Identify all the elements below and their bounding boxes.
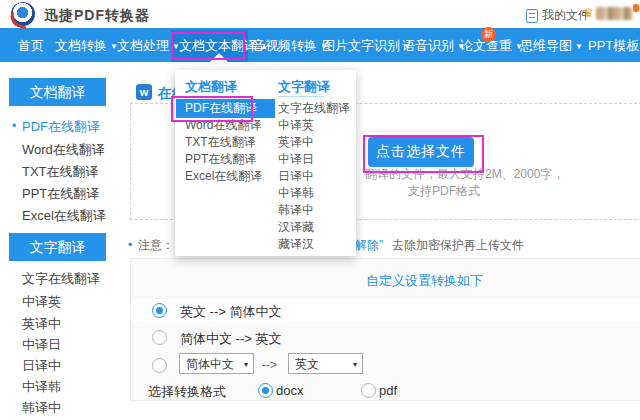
dropdown-text-header: 文字翻译 [278, 78, 330, 96]
word-file-icon: w [136, 84, 152, 100]
select-caret-icon: ▾ [353, 354, 357, 375]
dropdown-item-excel-translate[interactable]: Excel在线翻译 [185, 168, 262, 185]
main-navbar: 首页 文档转换▼ 文档处理▼ 文档文本翻译▲ 音视频转换▼ 图片文字识别▼ 语音… [0, 30, 640, 62]
new-badge: 新 [481, 27, 496, 42]
select-file-button[interactable]: 点击选择文件 [368, 137, 474, 167]
arrow-text: --> [262, 358, 277, 372]
note-prefix-text: 注意： [138, 237, 174, 254]
sidebar-item-zh-ja[interactable]: 中译日 [22, 336, 61, 354]
chevron-down-icon: ▼ [575, 42, 583, 51]
sidebar-item-pdf-translate[interactable]: PDF在线翻译 [22, 118, 100, 136]
dropdown-item-zh-ko[interactable]: 中译韩 [278, 185, 314, 202]
user-account[interactable]: ♛ [583, 6, 639, 20]
note-suffix-text: 去除加密保护再上传文件 [392, 237, 524, 254]
translate-dropdown-menu: 文档翻译 文字翻译 PDF在线翻译 Word在线翻译 TXT在线翻译 PPT在线… [175, 70, 356, 256]
app-window: 迅捷PDF转换器 我的文件 ♛ 首页 文档转换▼ 文档处理▼ 文档文本翻译▲ 音… [0, 0, 640, 420]
dropdown-item-zh-en[interactable]: 中译英 [278, 117, 314, 134]
dropdown-item-word-translate[interactable]: Word在线翻译 [185, 117, 261, 134]
dropdown-doc-header: 文档翻译 [185, 78, 237, 96]
radio-en-to-zh[interactable] [152, 303, 167, 318]
format-pdf-label: pdf [379, 383, 397, 398]
format-docx-label: docx [276, 383, 303, 398]
app-logo-icon [11, 2, 35, 26]
target-language-value: 英文 [295, 357, 319, 371]
nav-item-ocr[interactable]: 图片文字识别▼ [322, 30, 411, 62]
nav-item-av-convert[interactable]: 音视频转换▼ [252, 30, 328, 62]
radio-format-docx[interactable] [258, 383, 273, 398]
nav-item-home[interactable]: 首页 [18, 30, 47, 62]
nav-item-doc-process[interactable]: 文档处理▼ [117, 30, 180, 62]
source-language-select[interactable]: 简体中文 ▾ [179, 353, 254, 374]
upload-hint-line1: 翻译的文件，最大支持2M、2000字， [365, 166, 564, 183]
username-blurred [596, 7, 632, 20]
note-bullet-icon: • [128, 238, 132, 252]
dropdown-item-zh-ja[interactable]: 中译日 [278, 151, 314, 168]
settings-title: 自定义设置转换如下 [366, 272, 483, 290]
dropdown-item-text-online[interactable]: 文字在线翻译 [278, 100, 350, 117]
dropdown-item-ko-zh[interactable]: 韩译中 [278, 202, 314, 219]
sidebar-item-ja-zh[interactable]: 日译中 [22, 357, 61, 375]
top-header: 迅捷PDF转换器 我的文件 ♛ [0, 0, 640, 30]
target-language-select[interactable]: 英文 ▾ [288, 353, 363, 374]
nav-item-doc-convert[interactable]: 文档转换▼ [55, 30, 118, 62]
sidebar-item-txt-translate[interactable]: TXT在线翻译 [22, 163, 99, 181]
nav-item-ppt-template[interactable]: PPT模板 [588, 30, 639, 62]
nav-item-speech[interactable]: 语音识别▼ [402, 30, 465, 62]
sidebar-item-word-translate[interactable]: Word在线翻译 [22, 141, 105, 159]
sidebar-item-excel-translate[interactable]: Excel在线翻译 [22, 207, 106, 225]
dropdown-arrow-notch [210, 53, 228, 62]
sidebar-section-text-translate: 文字翻译 [9, 233, 106, 261]
dropdown-item-en-zh[interactable]: 英译中 [278, 134, 314, 151]
dropdown-item-pdf-translate[interactable]: PDF在线翻译 [176, 99, 275, 118]
sidebar-item-ko-zh[interactable]: 韩译中 [22, 399, 61, 417]
dropdown-item-txt-translate[interactable]: TXT在线翻译 [185, 134, 256, 151]
radio-format-pdf[interactable] [361, 383, 376, 398]
dropdown-item-tibetan-zh[interactable]: 藏译汉 [278, 236, 314, 253]
vip-badge [633, 4, 639, 12]
format-label: 选择转换格式 [148, 383, 226, 401]
dropdown-item-ja-zh[interactable]: 日译中 [278, 168, 314, 185]
sidebar-section-doc-translate: 文档翻译 [9, 78, 106, 106]
radio-custom-langs[interactable] [152, 358, 167, 373]
nav-item-mindmap[interactable]: 思维导图▼ [520, 30, 583, 62]
document-icon [526, 9, 538, 23]
sidebar-item-ppt-translate[interactable]: PPT在线翻译 [22, 185, 99, 203]
radio-zh-to-en[interactable] [152, 330, 167, 345]
my-files-button[interactable]: 我的文件 [526, 7, 590, 24]
password-remove-link[interactable]: 解除” [355, 237, 383, 254]
select-caret-icon: ▾ [244, 354, 248, 375]
sidebar-item-text-online[interactable]: 文字在线翻译 [22, 270, 100, 288]
active-bullet-icon: • [12, 119, 16, 133]
option-zh-to-en-label: 简体中文 --> 英文 [180, 330, 281, 348]
dropdown-item-ppt-translate[interactable]: PPT在线翻译 [185, 151, 256, 168]
sidebar-item-zh-en[interactable]: 中译英 [22, 293, 61, 311]
source-language-value: 简体中文 [186, 357, 234, 371]
option-en-to-zh-label: 英文 --> 简体中文 [180, 303, 281, 321]
dropdown-item-zh-tibetan[interactable]: 汉译藏 [278, 219, 314, 236]
app-logo-title: 迅捷PDF转换器 [44, 7, 150, 25]
sidebar-item-zh-ko[interactable]: 中译韩 [22, 378, 61, 396]
crown-icon: ♛ [583, 6, 594, 20]
upload-hint-line2: 支持PDF格式 [408, 183, 480, 200]
sidebar-item-en-zh[interactable]: 英译中 [22, 315, 61, 333]
